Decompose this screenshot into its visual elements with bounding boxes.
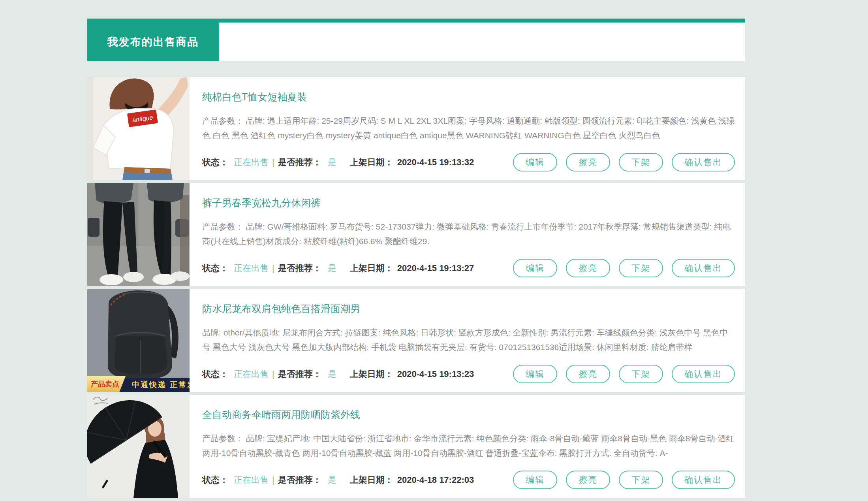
polish-button[interactable]: 擦亮	[566, 153, 610, 171]
shelf-date-value: 2020-4-15 19:13:32	[397, 157, 474, 167]
recommend-value: 是	[328, 369, 336, 379]
separator: |	[272, 369, 274, 379]
edit-button[interactable]: 编辑	[513, 471, 557, 489]
status-label: 状态：	[202, 475, 228, 485]
status-value: 正在出售	[234, 157, 269, 167]
polish-button[interactable]: 擦亮	[566, 471, 610, 489]
product-status-line: 状态：正在出售|是否推荐：是上架日期：2020-4-15 19:13:32	[202, 156, 474, 168]
product-meta-row: 状态：正在出售|是否推荐：是上架日期：2020-4-18 17:22:03 编辑…	[202, 471, 735, 489]
tab-my-selling-products[interactable]: 我发布的出售商品	[87, 23, 219, 61]
status-value: 正在出售	[234, 369, 269, 379]
separator: |	[272, 157, 274, 167]
recommend-value: 是	[328, 157, 336, 167]
product-status-line: 状态：正在出售|是否推荐：是上架日期：2020-4-18 17:22:03	[202, 474, 474, 486]
product-list: antique 纯棉白色T恤女短袖夏装 产品参数： 品牌: 遇上适用年龄: 25…	[87, 77, 745, 498]
confirm-sold-button[interactable]: 确认售出	[672, 153, 735, 171]
shelf-date-label: 上架日期：	[350, 369, 393, 379]
off-shelf-button[interactable]: 下架	[619, 153, 663, 171]
status-label: 状态：	[202, 157, 228, 167]
recommend-label: 是否推荐：	[278, 475, 321, 485]
off-shelf-button[interactable]: 下架	[619, 259, 663, 277]
recommend-label: 是否推荐：	[278, 369, 321, 379]
product-card: 产品卖点 中通快递 正常发货 防水尼龙布双肩包纯色百搭滑面潮男 品牌: othe…	[87, 289, 745, 392]
shelf-date-value: 2020-4-18 17:22:03	[397, 475, 474, 485]
shipping-banner: 产品卖点 中通快递 正常发货	[87, 378, 190, 392]
status-label: 状态：	[202, 369, 228, 379]
product-info: 纯棉白色T恤女短袖夏装 产品参数： 品牌: 遇上适用年龄: 25-29周岁尺码:…	[190, 77, 745, 180]
product-info: 全自动商务伞晴雨两用防晒防紫外线 产品参数： 品牌: 宝缇妃产地: 中国大陆省份…	[190, 395, 745, 498]
shelf-date-label: 上架日期：	[350, 157, 393, 167]
off-shelf-button[interactable]: 下架	[619, 365, 663, 383]
product-card: 裤子男春季宽松九分休闲裤 产品参数： 品牌: GW/哥维格面料: 罗马布货号: …	[87, 183, 745, 286]
off-shelf-button[interactable]: 下架	[619, 471, 663, 489]
recommend-value: 是	[328, 263, 336, 273]
product-meta-row: 状态：正在出售|是否推荐：是上架日期：2020-4-15 19:13:23 编辑…	[202, 365, 735, 383]
edit-button[interactable]: 编辑	[513, 153, 557, 171]
recommend-label: 是否推荐：	[278, 157, 321, 167]
product-title-link[interactable]: 全自动商务伞晴雨两用防晒防紫外线	[202, 408, 360, 421]
product-description: 产品参数： 品牌: GW/哥维格面料: 罗马布货号: 52-173037弹力: …	[202, 219, 735, 249]
product-actions: 编辑 擦亮 下架 确认售出	[513, 365, 735, 383]
shelf-date-value: 2020-4-15 19:13:23	[397, 369, 474, 379]
banner-tag: 产品卖点	[87, 376, 126, 392]
tshirt-photo: antique	[87, 77, 190, 180]
product-image[interactable]	[87, 395, 190, 498]
separator: |	[272, 263, 274, 273]
product-image[interactable]: antique	[87, 77, 190, 180]
banner-text: 中通快递 正常发货	[132, 380, 190, 390]
status-label: 状态：	[202, 263, 228, 273]
edit-button[interactable]: 编辑	[513, 259, 557, 277]
product-meta-row: 状态：正在出售|是否推荐：是上架日期：2020-4-15 19:13:27 编辑…	[202, 259, 735, 277]
pants-photo	[87, 183, 190, 286]
product-actions: 编辑 擦亮 下架 确认售出	[513, 259, 735, 277]
product-info: 防水尼龙布双肩包纯色百搭滑面潮男 品牌: other/其他质地: 尼龙布闭合方式…	[190, 289, 745, 392]
separator: |	[272, 475, 274, 485]
panel-top-accent-bar	[87, 19, 745, 23]
product-actions: 编辑 擦亮 下架 确认售出	[513, 153, 735, 171]
polish-button[interactable]: 擦亮	[566, 365, 610, 383]
product-description: 产品参数： 品牌: 宝缇妃产地: 中国大陆省份: 浙江省地市: 金华市流行元素:…	[202, 431, 735, 460]
product-info: 裤子男春季宽松九分休闲裤 产品参数： 品牌: GW/哥维格面料: 罗马布货号: …	[190, 183, 745, 286]
product-description: 品牌: other/其他质地: 尼龙布闭合方式: 拉链图案: 纯色风格: 日韩形…	[202, 325, 735, 354]
product-card: 全自动商务伞晴雨两用防晒防紫外线 产品参数： 品牌: 宝缇妃产地: 中国大陆省份…	[87, 395, 745, 498]
product-title-link[interactable]: 纯棉白色T恤女短袖夏装	[202, 90, 307, 104]
product-card: antique 纯棉白色T恤女短袖夏装 产品参数： 品牌: 遇上适用年龄: 25…	[87, 77, 745, 180]
product-actions: 编辑 擦亮 下架 确认售出	[513, 471, 735, 489]
recommend-label: 是否推荐：	[278, 263, 321, 273]
recommend-value: 是	[328, 475, 336, 485]
product-status-line: 状态：正在出售|是否推荐：是上架日期：2020-4-15 19:13:27	[202, 262, 474, 274]
panel-header: 我发布的出售商品	[87, 23, 745, 61]
polish-button[interactable]: 擦亮	[566, 259, 610, 277]
product-status-line: 状态：正在出售|是否推荐：是上架日期：2020-4-15 19:13:23	[202, 368, 474, 380]
status-value: 正在出售	[234, 475, 269, 485]
selling-products-panel: 我发布的出售商品 antique 纯棉白色T恤女短袖夏装 产品参数： 品牌: 遇…	[87, 19, 745, 498]
shelf-date-label: 上架日期：	[350, 475, 393, 485]
product-title-link[interactable]: 防水尼龙布双肩包纯色百搭滑面潮男	[202, 302, 360, 315]
product-image[interactable]	[87, 183, 190, 286]
confirm-sold-button[interactable]: 确认售出	[672, 259, 735, 277]
product-image[interactable]: 产品卖点 中通快递 正常发货	[87, 289, 190, 392]
product-description: 产品参数： 品牌: 遇上适用年龄: 25-29周岁尺码: S M L XL 2X…	[202, 113, 735, 143]
edit-button[interactable]: 编辑	[513, 365, 557, 383]
product-title-link[interactable]: 裤子男春季宽松九分休闲裤	[202, 196, 321, 209]
product-meta-row: 状态：正在出售|是否推荐：是上架日期：2020-4-15 19:13:32 编辑…	[202, 153, 735, 171]
status-value: 正在出售	[234, 263, 269, 273]
umbrella-photo	[87, 395, 190, 498]
confirm-sold-button[interactable]: 确认售出	[672, 471, 735, 489]
confirm-sold-button[interactable]: 确认售出	[672, 365, 735, 383]
shelf-date-value: 2020-4-15 19:13:27	[397, 263, 474, 273]
shelf-date-label: 上架日期：	[350, 263, 393, 273]
